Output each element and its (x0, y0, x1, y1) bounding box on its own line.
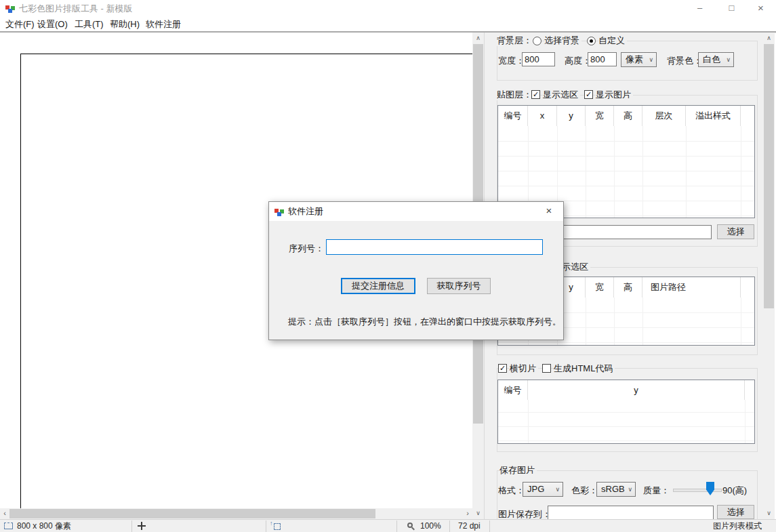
width-label: 宽度： (498, 55, 525, 67)
chevron-down-icon: ∨ (726, 53, 731, 66)
col-path[interactable]: 图片路径 (642, 277, 741, 298)
color-select[interactable]: sRGB ∨ (596, 482, 636, 497)
col-height[interactable]: 高 (614, 277, 642, 298)
col-filler (741, 106, 754, 126)
minimize-button[interactable]: – (685, 0, 715, 17)
color-value: sRGB (601, 483, 625, 496)
hscroll-thumb[interactable] (9, 509, 375, 518)
canvas-size-text: 800 x 800 像素 (17, 520, 71, 532)
status-divider (266, 520, 266, 532)
dialog-close-icon[interactable]: × (535, 202, 563, 221)
zoom-level: 100% (420, 520, 441, 532)
save-to-input[interactable] (548, 506, 714, 520)
radio-custom-label[interactable]: 自定义 (598, 35, 627, 46)
format-label: 格式： (498, 485, 525, 497)
chevron-down-icon: ∨ (628, 483, 632, 496)
gen-html-checkbox[interactable] (542, 364, 551, 373)
paste-layer-title: 贴图层： (497, 89, 534, 100)
menu-register[interactable]: 软件注册 (146, 17, 181, 31)
bg-layer-title: 背景层： (497, 35, 534, 46)
scroll-right-icon[interactable]: › (463, 508, 472, 519)
dpi-text: 72 dpi (458, 520, 481, 532)
status-divider (449, 520, 450, 532)
get-serial-button[interactable]: 获取序列号 (427, 278, 491, 294)
col-x[interactable]: x (528, 106, 557, 126)
scroll-up-icon[interactable]: ∧ (763, 33, 775, 44)
col-layer[interactable]: 层次 (642, 106, 686, 126)
choose-save-path-button[interactable]: 选择 (717, 505, 754, 519)
slice-checkbox[interactable]: ✓ (498, 364, 507, 373)
dialog-title-bar: 软件注册 × (269, 202, 563, 221)
show-image-checkbox[interactable]: ✓ (584, 90, 593, 99)
radio-select-background[interactable] (533, 37, 542, 45)
choose-image-button[interactable]: 选择 (717, 224, 754, 239)
bgcolor-select[interactable]: 白色 ∨ (698, 52, 734, 67)
col-overflow[interactable]: 溢出样式 (686, 106, 741, 126)
zoom-icon (407, 523, 415, 531)
app-icon (5, 3, 16, 14)
radio-custom[interactable] (587, 37, 596, 45)
quality-slider-track[interactable] (673, 489, 722, 492)
col-id[interactable]: 编号 (498, 380, 528, 400)
close-button[interactable]: × (746, 0, 776, 17)
dialog-icon (274, 207, 285, 217)
unit-value: 像素 (626, 53, 643, 66)
save-group-title: 保存图片 (499, 465, 537, 476)
col-width[interactable]: 宽 (586, 277, 614, 298)
serial-label: 序列号： (289, 243, 324, 255)
scroll-down-icon[interactable]: ∨ (472, 508, 484, 519)
col-id[interactable]: 编号 (498, 106, 528, 126)
window-title: 七彩色图片排版工具 - 新模版 (19, 0, 133, 17)
submit-register-button[interactable]: 提交注册信息 (341, 278, 415, 294)
bgcolor-label: 背景色： (667, 55, 702, 67)
quality-label: 质量： (643, 485, 670, 497)
slice-label[interactable]: 横切片 (510, 363, 538, 374)
bgcolor-value: 白色 (703, 53, 720, 66)
col-y[interactable]: y (528, 380, 745, 400)
show-selection-label[interactable]: 显示选区 (543, 89, 580, 100)
slice-table[interactable]: 编号 y (497, 380, 755, 444)
table-header-row: 编号 x y 宽 高 层次 溢出样式 (498, 106, 754, 126)
scroll-down-icon[interactable]: ∨ (763, 508, 775, 519)
arrow-up-icon: ↑ (270, 520, 273, 527)
move-icon (138, 522, 146, 530)
chevron-down-icon: ∨ (555, 483, 560, 496)
app-window: 七彩色图片排版工具 - 新模版 – □ × 文件(F) 设置(O) 工具(T) … (0, 0, 776, 532)
color-label: 色彩： (571, 485, 598, 497)
maximize-button[interactable]: □ (716, 0, 747, 17)
gen-html-label[interactable]: 生成HTML代码 (554, 363, 615, 374)
width-input[interactable]: 800 (522, 52, 555, 66)
unit-select[interactable]: 像素 ∨ (621, 52, 657, 67)
height-input[interactable]: 800 (588, 52, 617, 66)
col-filler (745, 380, 754, 400)
scroll-left-icon[interactable]: ‹ (0, 508, 9, 519)
status-divider (131, 520, 132, 532)
transform-icon (274, 523, 281, 530)
quality-value: 90(高) (722, 485, 747, 497)
menu-settings[interactable]: 设置(O) (37, 17, 68, 31)
serial-input[interactable] (326, 239, 543, 255)
table-header-row: 编号 y (498, 380, 754, 400)
status-divider (489, 520, 490, 532)
col-height[interactable]: 高 (614, 106, 642, 126)
scroll-up-icon[interactable]: ∧ (472, 33, 484, 44)
col-width[interactable]: 宽 (586, 106, 614, 126)
menu-help[interactable]: 帮助(H) (110, 17, 140, 31)
canvas-size-icon (4, 523, 13, 529)
panel-vscroll-thumb[interactable] (764, 44, 774, 308)
status-bar: 800 x 800 像素 ↑ 100% 72 dpi 图片列表模式 (0, 519, 776, 532)
show-image-label[interactable]: 显示图片 (596, 89, 633, 100)
menu-file[interactable]: 文件(F) (5, 17, 35, 31)
chevron-down-icon: ∨ (649, 53, 653, 66)
format-value: JPG (527, 483, 544, 496)
dialog-tip: 提示：点击［获取序列号］按钮，在弹出的窗口中按提示获取序列号。 (288, 316, 561, 328)
menu-tools[interactable]: 工具(T) (75, 17, 104, 31)
view-mode-text: 图片列表模式 (713, 520, 762, 532)
show-selection-checkbox[interactable]: ✓ (531, 90, 540, 99)
canvas-hscrollbar[interactable]: ‹ › (0, 508, 472, 519)
col-y[interactable]: y (557, 106, 586, 126)
panel-vscrollbar[interactable]: ∧ ∨ (763, 33, 775, 519)
format-select[interactable]: JPG ∨ (523, 482, 563, 497)
dialog-title: 软件注册 (288, 202, 323, 221)
radio-select-background-label[interactable]: 选择背景 (544, 35, 581, 46)
